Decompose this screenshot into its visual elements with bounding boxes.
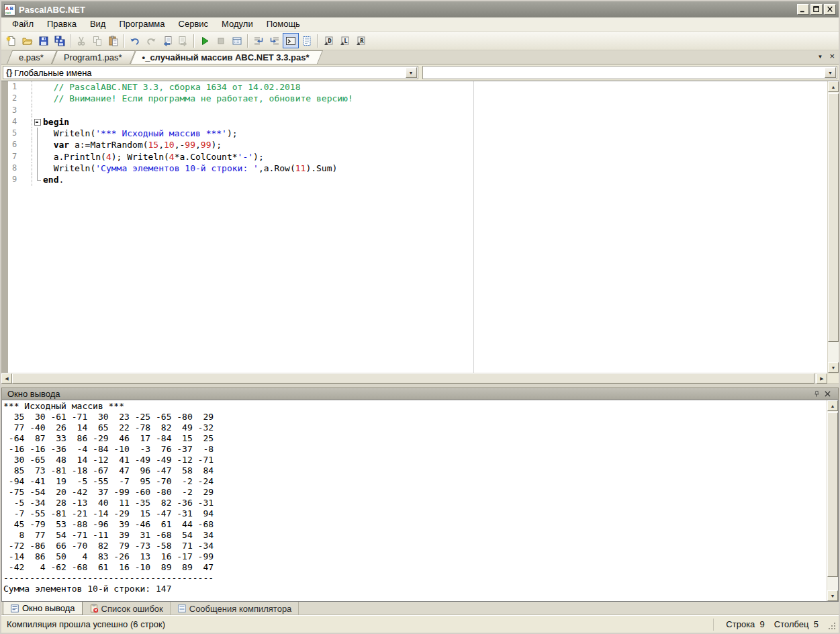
- menu-item-program[interactable]: Программа: [112, 17, 171, 31]
- scrollbar-corner: [827, 373, 839, 383]
- output-line: -75 -54 20 -42 37 -99 -60 -80 -2 29: [3, 487, 825, 498]
- scrollbar-thumb[interactable]: [827, 412, 838, 577]
- app-icon: A B net: [4, 4, 15, 15]
- fold-marker: [32, 151, 43, 163]
- pascalabc-window: A B net PascalABC.NET ФайлПравкаВидПрогр…: [1, 1, 839, 633]
- line-number: 9: [1, 174, 32, 185]
- arrow-down-icon: ▼: [831, 594, 835, 598]
- resize-grip[interactable]: [829, 623, 837, 631]
- tab-list-dropdown-button[interactable]: ▼: [817, 52, 823, 62]
- template-r-icon: R: [355, 36, 366, 46]
- output-vertical-scrollbar[interactable]: ▲ ▼: [827, 400, 838, 601]
- fold-marker: [32, 163, 43, 174]
- fold-collapse-icon[interactable]: [32, 116, 43, 128]
- save-icon: [38, 36, 49, 46]
- scroll-right-button[interactable]: ▶: [816, 373, 827, 383]
- compile-button[interactable]: [229, 33, 245, 48]
- chevron-down-icon: ▼: [828, 71, 833, 75]
- output-line: *** Исходный массив ***: [3, 401, 825, 412]
- output-line: -5 -34 28 -13 40 11 -35 82 -36 -31: [3, 498, 825, 508]
- close-window-button[interactable]: [824, 4, 836, 15]
- open-file-button[interactable]: [19, 33, 36, 48]
- toolbar: DLR: [1, 32, 839, 50]
- bottom-tab-error-list[interactable]: Список ошибок: [83, 602, 171, 615]
- redo-icon: [146, 36, 156, 46]
- show-output-window-button[interactable]: [283, 33, 299, 48]
- template-r-button[interactable]: R: [353, 33, 369, 48]
- line-number: 3: [1, 105, 32, 116]
- code-text: // Внимание! Если программа не работает,…: [43, 93, 353, 104]
- bottom-tab-compiler-messages[interactable]: Сообщения компилятора: [171, 602, 299, 615]
- undo-icon: [130, 36, 140, 46]
- arrow-right-icon: ▶: [820, 376, 823, 381]
- member-combobox-dropdown-button[interactable]: ▼: [825, 67, 836, 78]
- maximize-button[interactable]: [810, 4, 823, 15]
- new-file-icon: [6, 36, 17, 46]
- menu-item-view[interactable]: Вид: [83, 17, 113, 31]
- code-editor-view[interactable]: 1 // PascalABC.NET 3.3, сборка 1634 от 1…: [1, 81, 827, 373]
- menu-item-file[interactable]: Файл: [5, 17, 40, 31]
- doc-tab-label: •_случайный массив ABC.NET 3.3.pas*: [142, 52, 310, 62]
- menu-item-edit[interactable]: Правка: [40, 17, 83, 31]
- code-line: 6 var a:=MatrRandom(15,10,-99,99);: [1, 139, 827, 150]
- arrow-left-icon: ◀: [5, 376, 8, 381]
- save-all-icon: [54, 36, 65, 46]
- menu-item-modules[interactable]: Модули: [215, 17, 260, 31]
- template-l-button[interactable]: L: [336, 33, 353, 48]
- member-combobox[interactable]: ▼: [422, 66, 838, 79]
- minimize-icon: [799, 6, 807, 13]
- paste-button[interactable]: [105, 33, 122, 48]
- output-line: 35 30 -61 -71 30 23 -25 -65 -80 29: [3, 412, 825, 422]
- svg-text:D: D: [328, 38, 332, 44]
- run-button[interactable]: [197, 33, 213, 48]
- line-value: 9: [760, 619, 765, 629]
- bottom-tab-label: Сообщения компилятора: [189, 604, 292, 614]
- error-list-icon: [89, 604, 99, 613]
- menu-item-help[interactable]: Помощь: [260, 17, 307, 31]
- line-number: 8: [1, 163, 32, 174]
- doc-tab[interactable]: •_случайный массив ABC.NET 3.3.pas*: [130, 50, 318, 64]
- output-window-icon: [10, 604, 19, 613]
- output-console[interactable]: *** Исходный массив *** 35 30 -61 -71 30…: [2, 400, 827, 601]
- fold-marker: [32, 93, 43, 104]
- save-all-button[interactable]: [52, 33, 68, 48]
- goto-next-error-button[interactable]: [250, 33, 267, 48]
- undo-button[interactable]: [127, 33, 143, 48]
- bottom-tab-output-window[interactable]: Окно вывода: [3, 602, 83, 615]
- goto-prev-error-button[interactable]: [267, 33, 283, 48]
- scrollbar-thumb[interactable]: [12, 373, 814, 383]
- page-back-icon: [162, 36, 173, 46]
- save-file-button[interactable]: [36, 33, 52, 48]
- doc-tab-label: e.pas*: [19, 52, 44, 62]
- close-tab-button[interactable]: ×: [829, 52, 835, 62]
- scroll-up-button[interactable]: ▲: [828, 81, 839, 92]
- show-form-designer-button[interactable]: [299, 33, 315, 48]
- menu-item-service[interactable]: Сервис: [172, 17, 216, 31]
- compile-status-message: Компиляция прошла успешно (6 строк): [4, 619, 713, 629]
- nav-back-button[interactable]: [159, 33, 175, 48]
- template-d-button[interactable]: D: [320, 33, 336, 48]
- output-line: Сумма элементов 10-й строки: 147: [3, 584, 825, 594]
- editor-vertical-scrollbar[interactable]: ▲ ▼: [827, 81, 839, 373]
- close-panel-button[interactable]: [822, 390, 833, 399]
- scroll-down-button[interactable]: ▼: [828, 362, 839, 373]
- line-number: 1: [1, 81, 32, 93]
- pin-panel-button[interactable]: [811, 390, 822, 399]
- braces-icon: {}: [3, 68, 12, 77]
- new-file-button[interactable]: [3, 33, 19, 48]
- scrollbar-thumb[interactable]: [828, 93, 839, 342]
- doc-tab[interactable]: Program1.pas*: [52, 50, 130, 64]
- scroll-down-button[interactable]: ▼: [827, 590, 838, 601]
- scope-combobox-dropdown-button[interactable]: ▼: [406, 67, 417, 78]
- output-line: ----------------------------------------: [3, 573, 825, 584]
- toolbar-separator: [247, 34, 248, 48]
- minimize-button[interactable]: [797, 4, 809, 15]
- page-forward-icon: [178, 36, 189, 46]
- scope-combobox[interactable]: {} Глобальные имена ▼: [3, 66, 418, 79]
- editor-horizontal-scrollbar[interactable]: ◀ ▶: [1, 373, 839, 383]
- output-line: 85 73 -81 -18 -67 47 96 -47 58 84: [3, 465, 825, 476]
- scroll-up-button[interactable]: ▲: [827, 400, 838, 411]
- scroll-left-button[interactable]: ◀: [1, 373, 12, 383]
- line-label: Строка: [726, 619, 755, 629]
- doc-tab[interactable]: e.pas*: [7, 50, 52, 64]
